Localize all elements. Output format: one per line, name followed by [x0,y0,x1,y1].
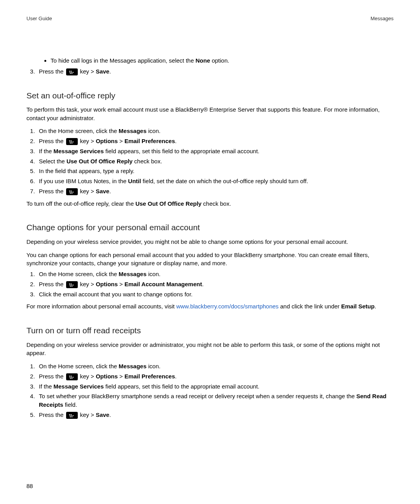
svg-point-30 [69,377,70,378]
svg-point-35 [69,414,70,415]
svg-point-26 [70,286,71,287]
blackberry-key-icon [66,281,78,288]
svg-point-5 [70,73,71,74]
svg-point-18 [72,192,74,192]
step-item: If the Message Services field appears, s… [37,147,394,156]
blackberry-key-icon [66,188,78,195]
text: . [175,373,177,380]
intro-bullet-item: To hide call logs in the Messages applic… [51,56,394,65]
text: On the Home screen, click the [39,128,119,134]
page-number: 88 [26,483,33,489]
text: On the Home screen, click the [39,271,119,277]
step-item: Press the key > Options > Email Preferen… [37,137,394,145]
bold-text: Save [96,68,109,75]
text: icon. [147,128,161,134]
step-item: If you use IBM Lotus Notes, in the Until… [37,177,394,186]
page: User Guide Messages To hide call logs in… [0,0,420,504]
bold-text: Until [128,178,141,184]
svg-point-39 [72,415,74,416]
bold-text: Email Preferences [124,138,175,144]
step-item: If the Message Services field appears, s… [37,382,394,391]
text: icon. [147,271,161,277]
text: To hide call logs in the Messages applic… [51,57,196,64]
section1-outro: To turn off the out-of-office reply, cle… [26,200,394,208]
step-item: On the Home screen, click the Messages i… [37,270,394,278]
page-header: User Guide Messages [26,16,394,21]
text: key > [79,68,96,75]
svg-point-38 [71,415,72,416]
text: . [175,138,177,144]
bold-text: Options [96,138,118,144]
step-item: Press the key > Save. [37,411,394,419]
text: If the [39,383,54,390]
step-item: Press the key > Options > Email Preferen… [37,372,394,381]
step-item: Press the key > Options > Email Account … [37,280,394,289]
svg-point-16 [69,192,70,192]
svg-point-3 [71,72,72,73]
text: field appears, set this field to the app… [104,383,259,390]
section-heading-out-of-office: Set an out-of-office reply [26,90,394,102]
text: Press the [39,188,65,194]
intro-step-continuation: Press the key > Save. [26,67,394,76]
blackberry-key-icon [66,373,78,380]
svg-point-6 [71,73,72,74]
section1-intro: To perform this task, your work email ac… [26,105,394,122]
text: option. [210,57,229,64]
text: key > [79,373,96,380]
step-item: Press the key > Save. [37,67,394,76]
text: . [374,303,376,310]
bold-text: Messages [119,363,147,369]
svg-point-32 [72,377,74,378]
text: Press the [39,138,65,144]
svg-point-8 [70,140,72,141]
bold-text: Options [96,281,118,287]
text: Press the [39,281,65,287]
svg-point-40 [70,416,71,417]
step-item: In the field that appears, type a reply. [37,167,394,175]
step-item: Press the key > Save. [37,187,394,196]
step-item: Select the Use Out Of Office Reply check… [37,157,394,166]
svg-point-25 [72,285,74,285]
text: Select the [39,158,66,164]
svg-point-15 [70,191,72,191]
svg-point-11 [72,142,74,142]
text: . [109,411,111,418]
svg-point-19 [70,193,71,194]
text: Press the [39,68,65,75]
bold-text: Email Setup [341,303,374,310]
bold-text: None [196,57,210,64]
bold-text: Options [96,373,118,380]
svg-point-13 [71,143,72,144]
svg-point-31 [71,377,72,378]
svg-point-37 [69,415,70,416]
header-left: User Guide [26,16,52,21]
text: key > [79,411,96,418]
step-item: Click the email account that you want to… [37,290,394,299]
blackberry-key-icon [66,412,78,419]
bold-text: Use Out Of Office Reply [66,158,133,164]
blackberry-key-icon [66,138,78,145]
step-item: On the Home screen, click the Messages i… [37,362,394,371]
text: field appears, set this field to the app… [104,148,259,154]
bold-text: Email Preferences [124,373,175,380]
step-item: On the Home screen, click the Messages i… [37,127,394,135]
text: key > [79,188,96,194]
section-heading-personal-email: Change options for your personal email a… [26,222,394,233]
text: . [109,188,111,194]
text: Press the [39,411,65,418]
text: check box. [201,200,231,207]
text: If you use IBM Lotus Notes, in the [39,178,128,184]
svg-point-41 [71,416,72,417]
text: key > [79,281,96,287]
svg-point-14 [69,191,70,191]
text: and click the link under [278,303,341,310]
section2-steps: On the Home screen, click the Messages i… [26,270,394,298]
section2-outro: For more information about personal emai… [26,302,394,311]
svg-point-2 [69,72,70,73]
svg-point-21 [69,284,70,284]
svg-point-29 [70,376,72,376]
svg-point-12 [70,143,71,144]
doc-link-smartphones[interactable]: www.blackberry.com/docs/smartphones [176,303,278,310]
text: If the [39,148,54,154]
header-right: Messages [371,16,394,21]
